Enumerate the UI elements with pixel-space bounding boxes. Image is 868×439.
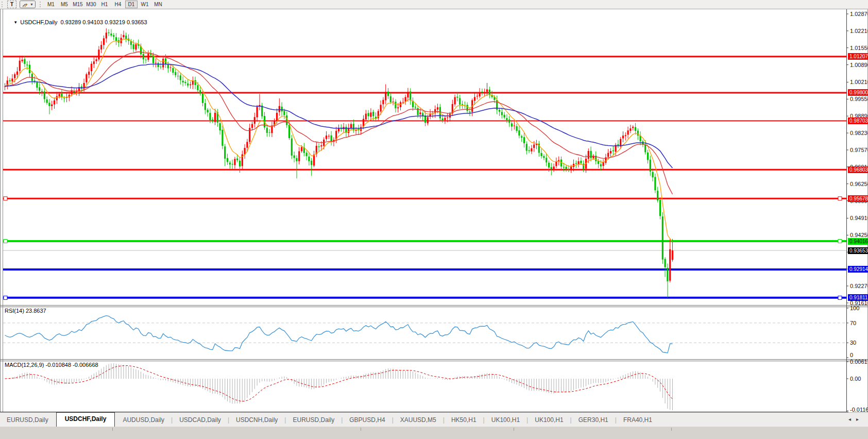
candle-body xyxy=(219,123,221,130)
line-handle xyxy=(4,197,7,200)
top-toolbar: T ▼ M1M5M15M30H1H4D1W1MN xyxy=(0,0,868,9)
chart-tab-eurusd-daily[interactable]: EURUSD,Daily xyxy=(286,414,341,427)
timeframe-button-h4[interactable]: H4 xyxy=(112,1,124,8)
candle-body xyxy=(288,125,290,138)
chart-tab-gbpusd-h4[interactable]: GBPUSD,H4 xyxy=(343,414,392,427)
candle-body xyxy=(209,113,211,120)
candle-body xyxy=(575,163,577,164)
candle-body xyxy=(11,78,13,81)
candle-body xyxy=(331,136,332,142)
chart-ohlc-values: 0.93289 0.94103 0.93219 0.93653 xyxy=(61,19,147,25)
price-axis-label: 1.00890 xyxy=(850,62,868,68)
chart-context-arrow-icon[interactable]: ▼ xyxy=(13,20,18,25)
candle-body xyxy=(158,63,159,67)
candle-body xyxy=(22,60,23,61)
candle-body xyxy=(415,107,416,108)
candle-body xyxy=(588,151,589,159)
candle-body xyxy=(125,36,127,39)
candle-body xyxy=(607,153,609,157)
candle-body xyxy=(372,112,374,116)
chart-tab-eurusd-daily[interactable]: EURUSD,Daily xyxy=(0,414,55,427)
timeframe-button-m1[interactable]: M1 xyxy=(45,1,57,8)
chart-tab-uk100-h1[interactable]: UK100,H1 xyxy=(485,414,526,427)
chart-tab-usdcad-daily[interactable]: USDCAD,Daily xyxy=(173,414,228,427)
candle-body xyxy=(39,87,40,91)
candle-body xyxy=(155,63,157,63)
price-axis-label: 1.02870 xyxy=(850,11,868,17)
candle-body xyxy=(311,161,312,165)
candle-body xyxy=(197,85,198,90)
candle-body xyxy=(308,157,310,161)
timeframe-button-mn[interactable]: MN xyxy=(152,1,164,8)
line-handle xyxy=(4,296,7,299)
candle-body xyxy=(625,135,626,136)
candle-body xyxy=(222,130,223,146)
candle-body xyxy=(546,158,547,162)
candle-body xyxy=(199,90,201,94)
candle-body xyxy=(24,59,25,64)
candle-body xyxy=(276,113,278,122)
chart-window: ▼USDCHF,Daily 0.93289 0.94103 0.93219 0.… xyxy=(0,9,868,435)
chart-title: ▼USDCHF,Daily 0.93289 0.94103 0.93219 0.… xyxy=(4,13,147,31)
candle-body xyxy=(106,32,107,38)
candle-body xyxy=(44,91,45,99)
chart-tab-audusd-daily[interactable]: AUDUSD,Daily xyxy=(116,414,171,427)
timeframe-button-m5[interactable]: M5 xyxy=(58,1,71,8)
chart-tab-ger30-h1[interactable]: GER30,H1 xyxy=(572,414,615,427)
chart-tab-hk50-h1[interactable]: HK50,H1 xyxy=(445,414,483,427)
candle-body xyxy=(424,115,426,123)
candle-body xyxy=(380,105,382,111)
tab-scroll-arrows[interactable]: ◂▸ xyxy=(848,416,864,422)
candle-body xyxy=(294,156,295,158)
candle-body xyxy=(632,127,634,128)
candle-body xyxy=(672,250,673,260)
chart-tab-xauusd-m5[interactable]: XAUUSD,M5 xyxy=(394,414,443,427)
candle-body xyxy=(644,144,646,152)
candle-body xyxy=(454,97,456,104)
toolbar-grip[interactable] xyxy=(40,2,42,7)
candle-body xyxy=(447,117,448,118)
line-price-label: 0.96803 xyxy=(848,166,868,173)
ma-slow-line xyxy=(5,64,673,168)
line-price-label: 0.92914 xyxy=(848,266,868,273)
candle-body xyxy=(669,249,671,281)
toolbar-grip[interactable] xyxy=(2,2,4,7)
candle-body xyxy=(548,163,550,167)
candle-body xyxy=(393,102,394,102)
candle-body xyxy=(318,146,320,147)
status-bar xyxy=(0,426,868,439)
candle-body xyxy=(266,128,268,133)
chart-tab-usdcnh-daily[interactable]: USDCNH,Daily xyxy=(229,414,284,427)
candle-body xyxy=(239,161,241,166)
horizontal-line-0.91811[interactable] xyxy=(3,296,846,299)
text-tool-button[interactable]: T xyxy=(7,1,16,8)
horizontal-line-0.94016[interactable] xyxy=(3,240,846,243)
candle-body xyxy=(504,115,505,117)
arrange-charts-button[interactable]: ▼ xyxy=(20,1,36,8)
horizontal-line-0.95678[interactable] xyxy=(3,197,846,200)
chart-plot[interactable] xyxy=(0,9,868,439)
candle-body xyxy=(462,104,463,105)
candle-body xyxy=(600,164,602,166)
chart-symbol-label: USDCHF,Daily xyxy=(20,19,57,25)
timeframe-button-m15[interactable]: M15 xyxy=(72,1,84,8)
candle-body xyxy=(108,32,110,33)
timeframe-button-m30[interactable]: M30 xyxy=(85,1,97,8)
line-price-label: 0.99800 xyxy=(848,89,868,96)
candle-body xyxy=(214,113,216,122)
timeframe-button-h1[interactable]: H1 xyxy=(98,1,111,8)
candle-body xyxy=(479,92,481,96)
candle-body xyxy=(629,128,631,131)
candle-body xyxy=(489,90,490,95)
chart-tab-usdchf-daily[interactable]: USDCHF,Daily xyxy=(56,412,115,427)
timeframe-button-d1[interactable]: D1 xyxy=(125,1,138,8)
line-handle xyxy=(838,296,842,299)
candle-body xyxy=(665,259,666,267)
candle-body xyxy=(246,142,248,147)
chart-tab-uk100-h1[interactable]: UK100,H1 xyxy=(528,414,570,427)
candle-body xyxy=(113,35,114,37)
timeframe-button-w1[interactable]: W1 xyxy=(139,1,151,8)
candle-body xyxy=(143,54,144,59)
line-price-label: 0.98703 xyxy=(848,117,868,124)
chart-tab-fra40-h1[interactable]: FRA40,H1 xyxy=(617,414,659,427)
